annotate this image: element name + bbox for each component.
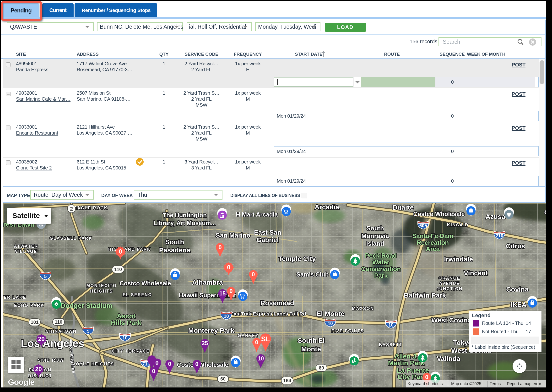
svg-text:Alhambra: Alhambra	[192, 279, 223, 286]
svg-text:Water: Water	[372, 259, 389, 266]
svg-text:San Marino: San Marino	[215, 232, 250, 239]
svg-text:South: South	[366, 225, 384, 232]
svg-text:0: 0	[152, 368, 155, 374]
svg-text:Azusa: Azusa	[486, 213, 505, 220]
svg-text:The Huntington: The Huntington	[163, 212, 207, 218]
svg-text:ATWATER: ATWATER	[14, 244, 38, 249]
svg-text:15: 15	[219, 290, 226, 297]
svg-text:10: 10	[122, 335, 128, 340]
svg-text:5: 5	[87, 329, 89, 334]
svg-text:Costco Wholesale: Costco Wholesale	[177, 361, 228, 368]
svg-text:Santa Fe Dam: Santa Fe Dam	[412, 232, 453, 239]
svg-text:10: 10	[388, 322, 393, 328]
svg-text:0: 0	[425, 374, 428, 380]
svg-text:Monrovia: Monrovia	[361, 232, 389, 239]
svg-text:CHINATOWN: CHINATOWN	[46, 329, 77, 334]
svg-text:City Park: City Park	[397, 373, 427, 380]
svg-text:EL SERENO: EL SERENO	[123, 292, 152, 297]
svg-text:Monte: Monte	[301, 345, 321, 353]
svg-text:South: South	[165, 238, 184, 246]
svg-text:VILLAGE: VILLAGE	[15, 249, 37, 254]
svg-text:164: 164	[283, 378, 291, 383]
svg-text:Gabriel: Gabriel	[256, 236, 279, 244]
svg-text:EAGLE ROCK: EAGLE ROCK	[74, 206, 108, 210]
svg-text:0: 0	[227, 264, 230, 271]
svg-text:SL: SL	[261, 335, 270, 343]
svg-text:GARVEY: GARVEY	[238, 333, 259, 338]
svg-text:0: 0	[195, 361, 198, 367]
svg-text:AVENUE: AVENUE	[439, 281, 460, 286]
svg-text:BASSETT: BASSETT	[379, 342, 402, 347]
svg-text:101: 101	[31, 320, 38, 325]
svg-text:20: 20	[35, 366, 42, 372]
svg-text:Gle: Gle	[544, 209, 546, 216]
svg-text:HEIGHTS: HEIGHTS	[90, 289, 113, 294]
svg-text:Sam's Club: Sam's Club	[296, 271, 329, 278]
svg-text:Dodger Stadium: Dodger Stadium	[61, 302, 112, 309]
svg-text:605: 605	[419, 223, 427, 228]
svg-text:0: 0	[218, 244, 221, 251]
svg-text:Los Angeles: Los Angeles	[21, 337, 84, 350]
svg-text:Park: Park	[374, 272, 388, 279]
svg-text:Valinda: Valinda	[437, 355, 460, 362]
svg-text:KINCAID: KINCAID	[447, 223, 469, 227]
svg-text:SKID ROW: SKID ROW	[38, 358, 64, 363]
svg-text:110: 110	[114, 267, 122, 272]
svg-text:Area: Area	[426, 245, 440, 252]
svg-text:Peck Road: Peck Road	[365, 252, 397, 259]
svg-text:5: 5	[44, 274, 47, 279]
svg-text:110: 110	[55, 319, 62, 325]
svg-text:0: 0	[155, 359, 159, 366]
svg-text:Rosemead: Rosemead	[260, 299, 294, 307]
svg-text:IKEA: IKEA	[511, 301, 527, 308]
svg-text:East San: East San	[254, 229, 281, 236]
svg-text:Costco Wholesale: Costco Wholesale	[119, 280, 171, 287]
svg-text:FIVE POINTS: FIVE POINTS	[331, 329, 364, 333]
svg-text:Temple City: Temple City	[278, 255, 316, 262]
svg-text:BOYLE HEIGHTS: BOYLE HEIGHTS	[72, 362, 114, 366]
svg-text:South El: South El	[297, 337, 325, 344]
svg-text:20: 20	[38, 336, 45, 342]
svg-text:Allen J.: Allen J.	[394, 353, 418, 360]
svg-text:0: 0	[255, 339, 258, 345]
svg-text:LVER LAKE: LVER LAKE	[3, 295, 26, 300]
svg-text:JUNCTION: JUNCTION	[436, 286, 462, 291]
svg-text:0: 0	[252, 271, 255, 278]
svg-text:2: 2	[70, 206, 73, 212]
svg-text:210: 210	[496, 233, 503, 238]
svg-text:0: 0	[168, 361, 171, 367]
svg-text:MAXSON: MAXSON	[352, 306, 374, 311]
svg-text:Pasadena: Pasadena	[159, 246, 190, 254]
svg-text:60: 60	[319, 365, 324, 371]
svg-text:GLASSELL PARK: GLASSELL PARK	[50, 236, 92, 241]
svg-text:Library, Art Museum...: Library, Art Museum...	[153, 220, 216, 226]
svg-text:ECHO PARK: ECHO PARK	[14, 303, 44, 308]
svg-text:Monterey Park: Monterey Park	[188, 327, 235, 334]
svg-text:West Covina: West Covina	[431, 316, 471, 324]
svg-text:Arcadia: Arcadia	[315, 203, 339, 211]
svg-text:10: 10	[258, 355, 264, 362]
svg-text:El Monte: El Monte	[317, 310, 345, 317]
svg-text:CITY TERRACE: CITY TERRACE	[112, 349, 150, 354]
svg-text:Citrus: Citrus	[506, 242, 525, 250]
svg-text:Conservation: Conservation	[361, 265, 401, 273]
svg-text:H Mart Arcadia: H Mart Arcadia	[236, 211, 278, 218]
svg-text:FastTrak Express Lanes Toll Rd: FastTrak Express Lanes Toll Rd	[231, 311, 306, 316]
svg-text:Vincent: Vincent	[464, 269, 488, 277]
svg-text:0: 0	[229, 288, 233, 294]
svg-text:Baldwin Park: Baldwin Park	[404, 292, 446, 299]
svg-text:10: 10	[224, 314, 229, 319]
svg-text:Duarte: Duarte	[393, 204, 414, 211]
svg-text:ORANGE: ORANGE	[439, 276, 461, 281]
svg-text:Costco Wholesale: Costco Wholesale	[413, 210, 464, 217]
svg-text:10: 10	[328, 321, 333, 326]
svg-text:Irwindale: Irwindale	[444, 256, 473, 263]
svg-text:Covina: Covina	[506, 286, 529, 293]
svg-text:60: 60	[220, 376, 226, 381]
svg-text:MONTECITO: MONTECITO	[86, 283, 117, 288]
svg-text:HIGHLAND PARK: HIGHLAND PARK	[108, 247, 151, 252]
svg-text:Ascot: Ascot	[117, 312, 136, 320]
svg-text:Island: Island	[366, 240, 384, 247]
svg-text:25: 25	[202, 340, 208, 346]
svg-text:Hills Park: Hills Park	[111, 319, 141, 327]
